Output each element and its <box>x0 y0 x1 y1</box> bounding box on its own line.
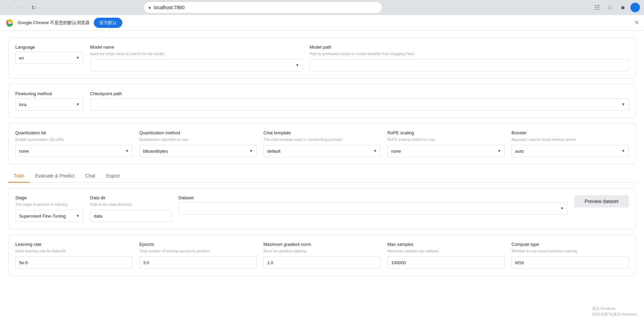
model-name-input[interactable] <box>90 59 303 71</box>
extensions-button[interactable]: ■ <box>617 2 628 13</box>
max-samples-input[interactable] <box>387 256 505 269</box>
finetuning-select-wrapper: lora freeze full ▼ <box>15 98 83 111</box>
stage-group: Stage The stage to perform in training. … <box>15 195 83 222</box>
main-content: Language en zh fr de es ▼ Model name Inp… <box>0 31 644 321</box>
compute-type-input[interactable] <box>511 256 629 269</box>
model-path-input[interactable] <box>310 59 629 71</box>
checkpoint-select[interactable] <box>90 98 629 111</box>
forward-button[interactable]: → <box>16 3 26 12</box>
section-model: Language en zh fr de es ▼ Model name Inp… <box>8 37 636 79</box>
rope-group: RoPE scaling RoPE scaling method to use.… <box>387 130 505 157</box>
tab-export[interactable]: Export <box>101 170 125 183</box>
max-grad-hint: Norm for gradient clipping. <box>263 249 381 253</box>
browser-actions: ☷ ☆ ■ 👤 <box>592 2 640 13</box>
translate-button[interactable]: ☷ <box>592 2 603 13</box>
dataset-select[interactable] <box>178 202 568 215</box>
section-quantization: Quantization bit Enable quantization (QL… <box>8 123 636 164</box>
tab-chat[interactable]: Chat <box>80 170 101 183</box>
chrome-logo <box>5 19 14 27</box>
preview-dataset-button[interactable]: Preview dataset <box>574 195 629 207</box>
stage-select-wrapper: Supervised Fine-Tuning Pre-Training RLHF… <box>15 210 83 222</box>
chat-template-hint: The chat template used in constructing p… <box>263 137 381 141</box>
quant-method-select-wrapper: bitsandbytes gptq awq ▼ <box>139 145 257 157</box>
close-infobar-button[interactable]: × <box>635 19 639 26</box>
bookmark-button[interactable]: ☆ <box>605 2 615 13</box>
reload-button[interactable]: ↻ <box>29 3 38 12</box>
train-top-row: Stage The stage to perform in training. … <box>15 195 629 222</box>
dataset-select-wrapper: ▼ <box>178 202 568 215</box>
finetuning-row: Finetuning method lora freeze full ▼ Che… <box>15 91 629 111</box>
finetuning-group: Finetuning method lora freeze full ▼ <box>15 91 83 111</box>
train-section: Stage The stage to perform in training. … <box>8 188 636 229</box>
language-label: Language <box>15 45 83 50</box>
learning-rate-hint: Initial learning rate for AdamW. <box>15 249 133 253</box>
epochs-hint: Total number of training epochs to perfo… <box>139 249 257 253</box>
rope-select[interactable]: none linear dynamic <box>387 145 505 157</box>
tab-train[interactable]: Train <box>8 170 30 183</box>
model-row: Language en zh fr de es ▼ Model name Inp… <box>15 45 629 71</box>
max-grad-group: Maximum gradient norm Norm for gradient … <box>263 242 381 269</box>
profile-button[interactable]: 👤 <box>630 3 640 12</box>
url-text: localhost:7860 <box>154 5 185 10</box>
back-button[interactable]: ← <box>4 3 14 12</box>
quant-bit-group: Quantization bit Enable quantization (QL… <box>15 130 133 157</box>
address-bar[interactable]: ● localhost:7860 <box>144 2 382 13</box>
booster-label: Booster <box>511 130 629 135</box>
model-name-hint: Input the initial name to search for the… <box>90 52 303 56</box>
quant-bit-hint: Enable quantization (QLoRA). <box>15 137 133 141</box>
browser-bar: ← → ↻ ● localhost:7860 ☷ ☆ ■ 👤 <box>0 0 644 15</box>
checkpoint-label: Checkpoint path <box>90 91 629 96</box>
model-name-label: Model name <box>90 45 303 50</box>
learning-rate-label: Learning rate <box>15 242 133 247</box>
epochs-input[interactable] <box>139 256 257 269</box>
quant-bit-label: Quantization bit <box>15 130 133 135</box>
language-select-wrapper: en zh fr de es ▼ <box>15 52 83 64</box>
finetuning-select[interactable]: lora freeze full <box>15 98 83 111</box>
rope-hint: RoPE scaling method to use. <box>387 137 505 141</box>
dataset-label: Dataset <box>178 195 568 200</box>
learning-rate-input[interactable] <box>15 256 133 269</box>
learning-rate-group: Learning rate Initial learning rate for … <box>15 242 133 269</box>
data-dir-group: Data dir Path to the data directory. <box>90 195 172 222</box>
section-finetuning: Finetuning method lora freeze full ▼ Che… <box>8 84 636 118</box>
chat-template-select[interactable]: default alpaca vicuna llama2 <box>263 145 381 157</box>
data-dir-input[interactable] <box>90 210 172 222</box>
stage-hint: The stage to perform in training. <box>15 202 83 206</box>
model-name-group: Model name Input the initial name to sea… <box>90 45 303 71</box>
rope-select-wrapper: none linear dynamic ▼ <box>387 145 505 157</box>
tabs: Train Evaluate & Predict Chat Export <box>8 170 636 183</box>
quant-method-hint: Quantization algorithm to use. <box>139 137 257 141</box>
tab-evaluate[interactable]: Evaluate & Predict <box>30 170 80 183</box>
quant-bit-select[interactable]: none 4 8 <box>15 145 133 157</box>
language-group: Language en zh fr de es ▼ <box>15 45 83 64</box>
data-dir-label: Data dir <box>90 195 172 200</box>
set-default-button[interactable]: 设为默认 <box>94 18 122 28</box>
booster-hint: Approach used to boost training speed. <box>511 137 629 141</box>
booster-group: Booster Approach used to boost training … <box>511 130 629 157</box>
model-path-hint: Path to pretrained model or model identi… <box>310 52 629 56</box>
model-path-label: Model path <box>310 45 629 50</box>
quant-method-group: Quantization method Quantization algorit… <box>139 130 257 157</box>
training-params-row: Learning rate Initial learning rate for … <box>15 242 629 269</box>
max-samples-label: Max samples <box>387 242 505 247</box>
compute-type-hint: Whether to use mixed precision training. <box>511 249 629 253</box>
quant-bit-select-wrapper: none 4 8 ▼ <box>15 145 133 157</box>
training-params-section: Learning rate Initial learning rate for … <box>8 235 636 276</box>
booster-select[interactable]: auto flash_attn unsloth liger_kernel <box>511 145 629 157</box>
max-samples-hint: Maximum samples per dataset. <box>387 249 505 253</box>
finetuning-label: Finetuning method <box>15 91 83 96</box>
quant-method-select[interactable]: bitsandbytes gptq awq <box>139 145 257 157</box>
info-bar: Google Chrome 不是您的默认浏览器 设为默认 × <box>0 15 644 31</box>
language-select[interactable]: en zh fr de es <box>15 52 83 64</box>
svg-point-0 <box>8 21 11 24</box>
max-grad-input[interactable] <box>263 256 381 269</box>
stage-label: Stage <box>15 195 83 200</box>
chat-template-label: Chat template <box>263 130 381 135</box>
dataset-group: Dataset ▼ <box>178 195 568 215</box>
stage-select[interactable]: Supervised Fine-Tuning Pre-Training RLHF… <box>15 210 83 222</box>
info-message: Google Chrome 不是您的默认浏览器 <box>18 20 90 26</box>
model-path-group: Model path Path to pretrained model or m… <box>310 45 629 71</box>
lock-icon: ● <box>148 5 151 10</box>
compute-type-group: Compute type Whether to use mixed precis… <box>511 242 629 269</box>
checkpoint-group: Checkpoint path ▼ <box>90 91 629 111</box>
